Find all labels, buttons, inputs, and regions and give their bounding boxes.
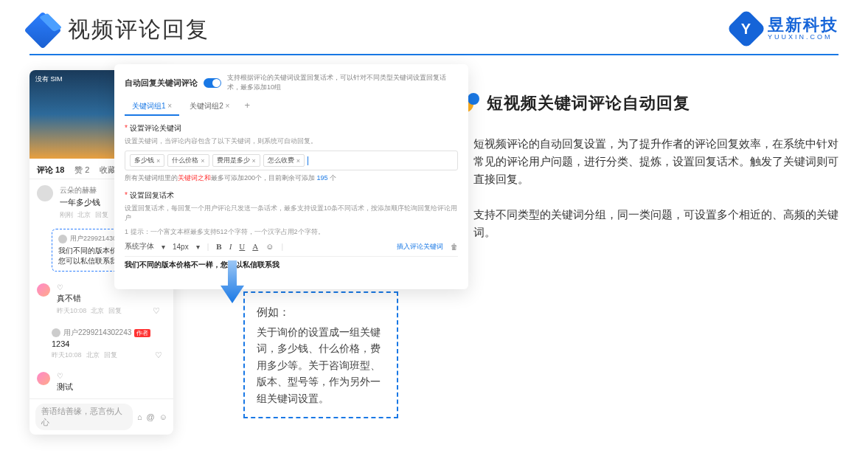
logo-icon: Y <box>726 9 766 49</box>
font-select[interactable]: 系统字体 <box>125 241 154 252</box>
close-icon[interactable]: × <box>167 102 172 110</box>
brand-logo: Y 昱新科技 YUUXIN.COM <box>732 15 839 43</box>
tab-comments[interactable]: 评论 18 <box>37 165 64 176</box>
close-icon[interactable]: × <box>226 102 230 110</box>
comment-user: 用户2299214302243 <box>63 328 131 338</box>
comment-user: ♡ <box>57 372 160 380</box>
bullet-text: 支持不同类型的关键词分组，同一类问题，可设置多个相近的、高频的关键词。 <box>473 206 839 241</box>
heart-icon[interactable]: ♡ <box>153 306 160 316</box>
auto-reply-toggle[interactable] <box>204 78 221 88</box>
settings-header-label: 自动回复关键词评论 <box>125 77 198 89</box>
arrow-down-icon <box>218 260 247 308</box>
keyword-hint: 所有关键词组里的关键词之和最多可添加200个，目前剩余可添加 195 个 <box>125 173 458 183</box>
close-icon: × <box>296 157 300 165</box>
comment-input[interactable]: 善语结善缘，恶言伤人心 <box>35 404 133 430</box>
meta-loc: 北京 <box>91 306 104 316</box>
section-desc: 设置关键词，当评论内容包含了以下关键词，则系统可自动回复。 <box>125 136 458 146</box>
italic-icon[interactable]: I <box>229 242 232 251</box>
example-body: 关于询价的设置成一组关键词，多少钱、什么价格，费用多少等。关于咨询班型、版本、型… <box>257 324 385 407</box>
avatar-icon <box>58 235 67 243</box>
chevron-down-icon[interactable]: ▾ <box>196 243 200 251</box>
size-select[interactable]: 14px <box>173 243 189 251</box>
emoji-icon[interactable]: ☺ <box>159 412 167 421</box>
image-icon[interactable]: ⌂ <box>137 412 142 421</box>
feature-title: 短视频关键词评论自动回复 <box>487 92 690 114</box>
insert-keyword-link[interactable]: 插入评论关键词 <box>397 242 443 252</box>
author-badge: 作者 <box>134 329 150 337</box>
keyword-tag[interactable]: 什么价格× <box>167 154 209 167</box>
at-icon[interactable]: @ <box>147 412 155 421</box>
bold-icon[interactable]: B <box>216 242 221 251</box>
status-sim: 没有 SIM <box>35 75 63 84</box>
section-title: 设置评论关键词 <box>125 123 458 134</box>
reply-link[interactable]: 回复 <box>95 210 108 220</box>
underline-icon[interactable]: U <box>239 242 245 251</box>
reply-link[interactable]: 回复 <box>108 306 122 316</box>
keyword-tag[interactable]: 费用是多少× <box>212 154 260 167</box>
add-group-button[interactable]: + <box>240 98 254 116</box>
comment-input-bar[interactable]: 善语结善缘，恶言伤人心 ⌂ @ ☺ <box>29 398 173 435</box>
chevron-down-icon[interactable]: ▾ <box>162 243 165 251</box>
close-icon: × <box>252 157 256 165</box>
example-title: 例如： <box>257 303 385 321</box>
comment-text: 1234 <box>52 339 162 348</box>
cursor-icon <box>308 156 308 165</box>
reply-editor[interactable]: 我们不同的版本价格不一样，您可以私信联系我 <box>125 256 458 273</box>
avatar-icon <box>37 185 53 201</box>
color-icon[interactable]: A <box>252 242 258 251</box>
logo-text-sub: YUUXIN.COM <box>768 34 839 41</box>
avatar-icon <box>37 283 50 297</box>
section-desc: 设置回复话术，每回复一个用户评论只发送一条话术，最多支持设置10条不同话术，按添… <box>125 204 458 223</box>
delete-icon[interactable]: 🗑 <box>451 243 458 251</box>
feature-bullet: 短视频评论的自动回复设置，为了提升作者的评论回复效率，在系统中针对常见的评论用户… <box>457 135 839 188</box>
keyword-group-tab[interactable]: 关键词组2 × <box>182 98 237 116</box>
keyword-tag[interactable]: 多少钱× <box>130 154 164 167</box>
example-box: 例如： 关于询价的设置成一组关键词，多少钱、什么价格，费用多少等。关于咨询班型、… <box>243 291 398 418</box>
meta-time: 昨天10:08 <box>57 306 87 316</box>
logo-text-main: 昱新科技 <box>768 16 839 34</box>
meta-time: 昨天10:08 <box>52 350 82 360</box>
title-block: 视频评论回复 <box>29 15 209 45</box>
section-hint: 1 提示：一个富文本框最多支持512个字符，一个汉字占用2个字符。 <box>125 227 458 237</box>
bullet-text: 短视频评论的自动回复设置，为了提升作者的评论回复效率，在系统中针对常见的评论用户… <box>473 135 839 188</box>
section-title: 设置回复话术 <box>125 190 458 201</box>
avatar-icon <box>52 328 60 337</box>
emoji-icon[interactable]: ☺ <box>265 242 274 251</box>
tab-likes[interactable]: 赞 2 <box>74 165 89 176</box>
settings-header-note: 支持根据评论的关键词设置回复话术，可以针对不同类型关键词设置回复话术，最多添加1… <box>227 73 458 92</box>
close-icon: × <box>156 157 160 165</box>
comment-text: 测试 <box>57 381 160 393</box>
settings-panel: 自动回复关键词评论 支持根据评论的关键词设置回复话术，可以针对不同类型关键词设置… <box>114 64 468 289</box>
comment-item: ♡ 测试 <box>29 366 173 398</box>
meta-time: 刚刚 <box>60 210 73 220</box>
keyword-input[interactable]: 多少钱× 什么价格× 费用是多少× 怎么收费× <box>125 151 458 170</box>
close-icon: × <box>201 157 204 165</box>
comment-text: 真不错 <box>57 293 160 304</box>
reply-link[interactable]: 回复 <box>104 350 117 360</box>
editor-toolbar[interactable]: 系统字体▾ 14px▾ | B I U A ☺ | 插入评论关键词 🗑 <box>125 241 458 252</box>
avatar-icon <box>37 372 50 385</box>
comment-item: 用户2299214302243 作者 1234 昨天10:08 北京 回复 ♡ <box>29 322 173 366</box>
feature-title-row: 短视频关键词评论自动回复 <box>457 92 839 114</box>
keyword-tag[interactable]: 怎么收费× <box>263 154 305 167</box>
feature-bullet: 支持不同类型的关键词分组，同一类问题，可设置多个相近的、高频的关键词。 <box>457 206 839 241</box>
keyword-group-tab[interactable]: 关键词组1 × <box>125 98 179 116</box>
header-divider <box>29 54 839 55</box>
cube-icon <box>24 11 62 49</box>
page-title: 视频评论回复 <box>68 15 209 45</box>
meta-loc: 北京 <box>77 210 91 220</box>
meta-loc: 北京 <box>86 350 100 360</box>
heart-icon[interactable]: ♡ <box>155 350 162 360</box>
